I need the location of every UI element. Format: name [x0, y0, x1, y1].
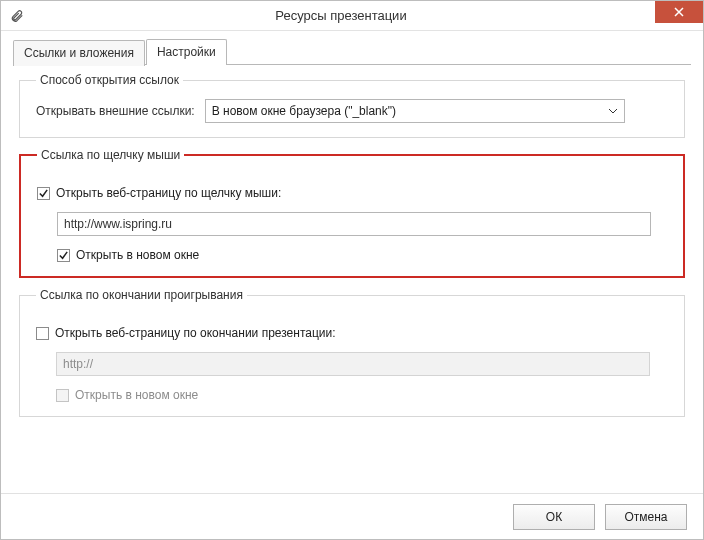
open-in-new-window-end-label: Открыть в новом окне — [75, 388, 198, 402]
group-click-link-legend: Ссылка по щелчку мыши — [37, 148, 184, 162]
cancel-button[interactable]: Отмена — [605, 504, 687, 530]
open-in-new-window-click-checkbox[interactable] — [57, 249, 70, 262]
open-page-on-end-checkbox[interactable] — [36, 327, 49, 340]
content-area: Способ открытия ссылок Открывать внешние… — [1, 65, 703, 493]
tab-links-attachments[interactable]: Ссылки и вложения — [13, 40, 145, 66]
chevron-down-icon — [608, 104, 618, 118]
dialog-window: Ресурсы презентации Ссылки и вложения На… — [0, 0, 704, 540]
open-external-links-select[interactable]: В новом окне браузера ("_blank") — [205, 99, 625, 123]
tab-settings[interactable]: Настройки — [146, 39, 227, 65]
group-open-method: Способ открытия ссылок Открывать внешние… — [19, 73, 685, 138]
open-in-new-window-end-checkbox — [56, 389, 69, 402]
click-url-value: http://www.ispring.ru — [64, 217, 172, 231]
end-url-input: http:// — [56, 352, 650, 376]
group-click-link: Ссылка по щелчку мыши Открыть веб-страни… — [19, 148, 685, 278]
end-url-value: http:// — [63, 357, 93, 371]
check-icon — [38, 188, 49, 199]
open-in-new-window-click-label: Открыть в новом окне — [76, 248, 199, 262]
group-open-method-legend: Способ открытия ссылок — [36, 73, 183, 87]
tabstrip: Ссылки и вложения Настройки — [1, 31, 703, 65]
open-external-links-label: Открывать внешние ссылки: — [36, 104, 195, 118]
click-url-input[interactable]: http://www.ispring.ru — [57, 212, 651, 236]
titlebar: Ресурсы презентации — [1, 1, 703, 31]
open-page-on-click-label: Открыть веб-страницу по щелчку мыши: — [56, 186, 281, 200]
open-external-links-select-value: В новом окне браузера ("_blank") — [212, 104, 396, 118]
window-title: Ресурсы презентации — [27, 8, 655, 23]
dialog-footer: ОК Отмена — [1, 493, 703, 539]
open-page-on-end-label: Открыть веб-страницу по окончании презен… — [55, 326, 336, 340]
attachment-icon — [7, 6, 27, 26]
group-end-link: Ссылка по окончании проигрывания Открыть… — [19, 288, 685, 417]
check-icon — [58, 250, 69, 261]
close-button[interactable] — [655, 1, 703, 23]
group-end-link-legend: Ссылка по окончании проигрывания — [36, 288, 247, 302]
ok-button[interactable]: ОК — [513, 504, 595, 530]
open-page-on-click-checkbox[interactable] — [37, 187, 50, 200]
